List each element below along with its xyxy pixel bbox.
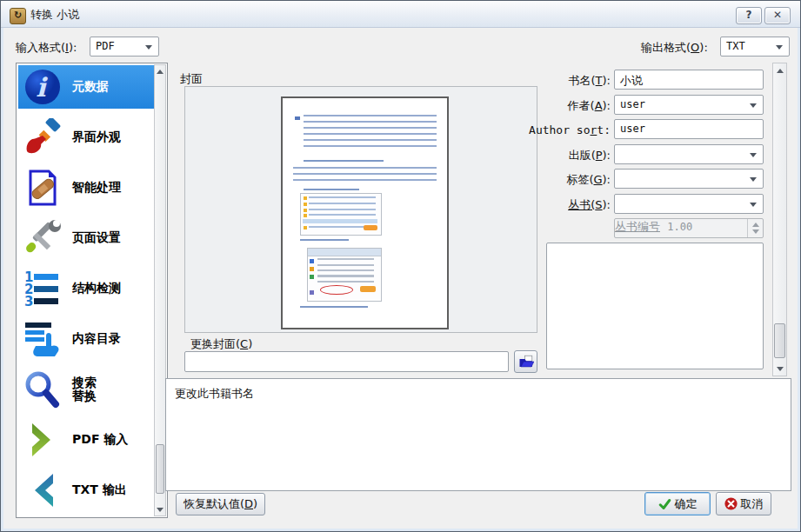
scroll-down-icon[interactable] <box>155 503 165 515</box>
sidebar-item-heuristic-processing[interactable]: 智能处理 <box>18 166 154 209</box>
series-number-spinner[interactable]: 丛书编号 1.00 <box>614 218 764 238</box>
titlebar: ↻ 转换 小说 <box>1 1 800 28</box>
open-folder-icon <box>518 355 534 369</box>
numbered-list-icon: 1 2 3 <box>23 269 62 308</box>
cancel-x-icon <box>724 497 738 510</box>
cover-preview-line <box>304 160 384 162</box>
series-combobox[interactable] <box>614 194 764 214</box>
output-format-label: 输出格式(O): <box>641 40 708 56</box>
option-help-text: 更改此书籍书名 <box>166 379 791 409</box>
option-help-box: 更改此书籍书名 <box>165 378 791 491</box>
input-format-label: 输入格式(I): <box>16 40 77 56</box>
restore-defaults-button[interactable]: 恢复默认值(D) <box>176 493 265 515</box>
output-format-select[interactable]: TXT <box>720 37 790 57</box>
title-label: 书名(T): <box>539 73 611 89</box>
comments-textarea[interactable] <box>546 243 764 369</box>
chevron-down-icon <box>145 45 152 50</box>
sidebar-item-table-of-contents[interactable]: 内容目录 <box>18 317 154 361</box>
sidebar-item-pdf-input[interactable]: PDF 输入 <box>18 418 154 462</box>
chevron-down-icon <box>750 177 757 182</box>
sidebar-item-metadata[interactable]: i 元数据 <box>18 65 154 109</box>
title-value: 小说 <box>620 73 643 89</box>
authors-value: user <box>620 98 645 110</box>
spin-up-icon[interactable] <box>752 223 759 227</box>
cover-preview <box>281 96 449 329</box>
cover-preview-line <box>300 239 349 241</box>
spinner-buttons[interactable] <box>747 219 763 237</box>
scroll-down-icon[interactable] <box>773 362 786 376</box>
tags-label: 标签(G): <box>539 172 611 188</box>
cover-preview-file-list <box>300 193 382 236</box>
scroll-up-icon[interactable] <box>155 65 165 77</box>
sidebar-scrollbar[interactable] <box>154 64 166 516</box>
cover-preview-paragraph <box>293 167 437 182</box>
metadata-scrollbar-thumb[interactable] <box>774 323 785 358</box>
cover-preview-paragraph <box>304 115 437 150</box>
check-icon <box>658 498 671 510</box>
convert-book-icon: ↻ <box>10 8 26 24</box>
toc-hand-icon <box>23 320 62 358</box>
cover-path-input[interactable] <box>184 351 509 372</box>
tools-icon <box>23 219 62 257</box>
change-cover-label: 更换封面(C) <box>190 336 252 352</box>
chevron-down-icon <box>750 103 757 108</box>
series-label: 丛书(S): <box>539 197 611 213</box>
sidebar-item-page-setup[interactable]: 页面设置 <box>18 216 154 260</box>
cover-preview-bullet <box>295 116 300 120</box>
sidebar-item-structure-detection[interactable]: 1 2 3 结构检测 <box>18 267 154 310</box>
series-number-value: 1.00 <box>667 221 692 233</box>
title-input[interactable]: 小说 <box>614 70 764 90</box>
cover-preview-caption <box>300 306 368 308</box>
sidebar-scrollbar-thumb[interactable] <box>156 444 164 494</box>
series-number-label: 丛书编号 <box>615 220 660 233</box>
tags-combobox[interactable] <box>614 169 764 189</box>
ok-button[interactable]: 确定 <box>644 492 711 515</box>
metadata-panel-scrollbar[interactable] <box>772 63 787 376</box>
input-format-value: PDF <box>96 40 115 52</box>
svg-text:3: 3 <box>24 294 33 308</box>
document-bandaid-icon <box>23 169 62 207</box>
output-format-value: TXT <box>726 40 745 52</box>
chevron-down-icon <box>750 153 757 157</box>
authors-combobox[interactable]: user <box>614 95 764 115</box>
cancel-button[interactable]: 取消 <box>716 492 771 515</box>
close-button[interactable]: ✕ <box>764 7 791 24</box>
cover-section-label: 封面 <box>180 71 203 87</box>
publisher-label: 出版(P): <box>539 148 611 163</box>
chevron-down-icon <box>776 45 783 50</box>
authors-label: 作者(A): <box>539 98 611 114</box>
author-sort-input[interactable]: user <box>614 119 764 139</box>
cover-preview-menu-shot <box>307 248 382 302</box>
cover-preview-line <box>304 189 359 190</box>
sidebar-item-look-and-feel[interactable]: 界面外观 <box>18 116 154 159</box>
browse-cover-button[interactable] <box>514 350 537 373</box>
metadata-info-icon: i <box>23 68 62 106</box>
chevron-down-icon <box>750 203 757 207</box>
publisher-combobox[interactable] <box>614 144 764 164</box>
chevron-left-icon <box>23 471 62 509</box>
input-format-select[interactable]: PDF <box>90 37 159 57</box>
sidebar-item-txt-output[interactable]: TXT 输出 <box>18 469 154 512</box>
spin-down-icon[interactable] <box>752 229 759 234</box>
author-sort-value: user <box>620 123 645 135</box>
paintbrush-icon <box>23 118 62 156</box>
author-sort-label: Author sort: <box>525 123 611 136</box>
help-button[interactable]: ? <box>736 7 762 24</box>
scroll-up-icon[interactable] <box>773 63 786 77</box>
conversion-sections-list: i 元数据 界面外观 智能处理 <box>16 63 168 518</box>
sidebar-item-search-replace[interactable]: 搜索 替换 <box>18 368 154 411</box>
magnifier-icon <box>23 370 62 409</box>
window-title: 转换 小说 <box>30 1 79 28</box>
chevron-right-icon <box>23 421 62 459</box>
